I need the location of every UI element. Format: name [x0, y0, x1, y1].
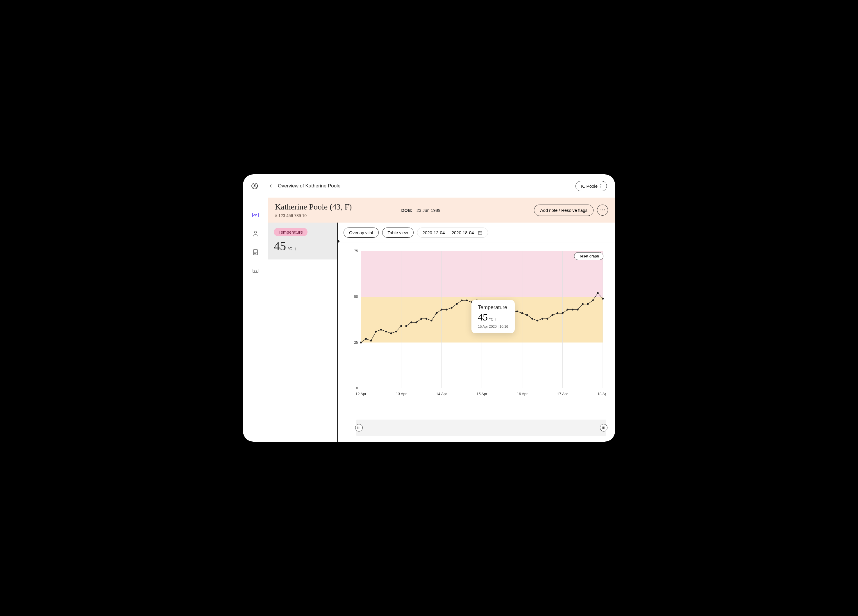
- dob-value: 23 Jun 1989: [417, 208, 441, 213]
- svg-point-52: [441, 309, 442, 310]
- svg-point-67: [516, 310, 518, 312]
- svg-point-69: [526, 314, 528, 316]
- svg-point-47: [415, 321, 417, 323]
- vital-value: 45 °C ↑: [274, 239, 331, 253]
- svg-point-71: [536, 320, 538, 321]
- vital-card-temperature[interactable]: Temperature 45 °C ↑: [268, 223, 337, 259]
- svg-point-40: [380, 329, 382, 330]
- nav-patient-icon[interactable]: [252, 230, 259, 237]
- nav-vitals-icon[interactable]: [252, 211, 259, 219]
- nav-notes-icon[interactable]: [252, 249, 259, 256]
- breadcrumb[interactable]: Overview of Katherine Poole: [278, 183, 340, 189]
- svg-text:15 Apr: 15 Apr: [476, 392, 487, 396]
- svg-text:17 Apr: 17 Apr: [557, 392, 568, 396]
- trend-up-icon: ↑: [294, 246, 297, 251]
- svg-point-44: [400, 325, 402, 327]
- vital-number: 45: [274, 239, 286, 253]
- svg-text:50: 50: [354, 295, 358, 299]
- svg-point-49: [426, 318, 427, 320]
- svg-point-68: [521, 312, 523, 314]
- user-menu-label: K. Poole: [581, 184, 598, 189]
- svg-point-46: [410, 321, 412, 323]
- chart-tooltip: Temperature 45 °C ↑ 15 Apr 2020 | 10:16: [471, 300, 515, 333]
- scrub-handle-left[interactable]: III: [355, 424, 363, 431]
- dob-label: DOB:: [401, 208, 412, 213]
- svg-point-48: [421, 318, 422, 320]
- banner-more-button[interactable]: [597, 205, 608, 216]
- svg-point-72: [541, 318, 543, 320]
- app-frame: Overview of Katherine Poole K. Poole: [243, 174, 615, 442]
- svg-point-74: [551, 314, 553, 316]
- svg-text:12 Apr: 12 Apr: [356, 392, 367, 396]
- patient-identity: Katherine Poole (43, F) # 123 456 789 10: [275, 202, 352, 218]
- svg-point-9: [254, 270, 255, 272]
- svg-text:14 Apr: 14 Apr: [436, 392, 447, 396]
- svg-point-39: [375, 330, 377, 332]
- patient-id: # 123 456 789 10: [275, 213, 352, 218]
- svg-point-1: [254, 184, 255, 186]
- time-scrub-bar[interactable]: III III: [356, 420, 606, 436]
- table-view-button[interactable]: Table view: [382, 228, 413, 238]
- svg-point-42: [390, 332, 392, 334]
- kebab-icon: [600, 184, 602, 188]
- date-range-label: 2020-12-04 — 2020-18-04: [423, 230, 474, 235]
- svg-point-80: [582, 303, 584, 305]
- svg-text:13 Apr: 13 Apr: [396, 392, 407, 396]
- left-nav-rail: [243, 198, 268, 442]
- scrub-handle-right[interactable]: III: [600, 424, 608, 431]
- svg-point-77: [567, 309, 569, 310]
- app-logo-icon: [251, 183, 258, 189]
- svg-point-73: [546, 318, 548, 320]
- reset-graph-button[interactable]: Reset graph: [574, 252, 603, 260]
- trend-up-icon: ↑: [495, 317, 497, 321]
- date-range-picker[interactable]: 2020-12-04 — 2020-18-04: [417, 228, 488, 238]
- svg-point-37: [365, 338, 367, 340]
- tooltip-timestamp: 15 Apr 2020 | 10:16: [478, 324, 508, 329]
- svg-point-3: [255, 231, 256, 233]
- svg-point-75: [556, 312, 558, 314]
- ellipsis-icon: [600, 209, 605, 210]
- vitals-side-panel: Temperature 45 °C ↑: [268, 223, 338, 442]
- svg-text:0: 0: [356, 386, 358, 390]
- svg-point-57: [466, 299, 468, 301]
- svg-point-53: [446, 309, 447, 310]
- svg-rect-12: [479, 231, 482, 234]
- svg-point-41: [385, 330, 387, 332]
- svg-point-76: [561, 312, 563, 314]
- svg-point-36: [360, 341, 362, 343]
- tooltip-title: Temperature: [478, 304, 508, 310]
- svg-text:75: 75: [354, 249, 358, 253]
- svg-point-56: [461, 299, 462, 301]
- svg-point-45: [406, 325, 407, 327]
- svg-text:16 Apr: 16 Apr: [517, 392, 528, 396]
- svg-point-81: [587, 303, 589, 305]
- svg-point-51: [436, 312, 437, 314]
- calendar-icon: [478, 230, 482, 235]
- svg-point-38: [370, 340, 372, 341]
- banner-actions: Add note / Resolve flags: [534, 205, 608, 216]
- svg-point-82: [592, 299, 594, 301]
- svg-text:18 Apr: 18 Apr: [597, 392, 606, 396]
- overlay-vital-button[interactable]: Overlay vital: [344, 228, 379, 238]
- svg-text:25: 25: [354, 341, 358, 344]
- vital-chip: Temperature: [274, 228, 308, 236]
- chart-pane: Overlay vital Table view 2020-12-04 — 20…: [338, 223, 615, 442]
- svg-point-55: [456, 303, 457, 305]
- svg-point-83: [597, 292, 599, 294]
- back-chevron-icon[interactable]: [268, 183, 274, 189]
- tooltip-value: 45 °C ↑: [478, 312, 508, 323]
- svg-point-54: [451, 307, 452, 309]
- user-menu-button[interactable]: K. Poole: [575, 181, 607, 191]
- nav-id-icon[interactable]: [252, 267, 259, 274]
- svg-point-78: [572, 309, 574, 310]
- svg-point-84: [602, 298, 604, 299]
- svg-point-43: [395, 330, 397, 332]
- chart-toolbar: Overlay vital Table view 2020-12-04 — 20…: [338, 223, 615, 243]
- patient-banner: Katherine Poole (43, F) # 123 456 789 10…: [268, 198, 615, 223]
- content-area: Temperature 45 °C ↑ Overlay vital Table …: [268, 223, 615, 442]
- svg-point-50: [431, 320, 432, 321]
- svg-point-79: [577, 309, 578, 310]
- add-note-button[interactable]: Add note / Resolve flags: [534, 205, 594, 216]
- plot-area: Reset graph 12 Apr13 Apr14 Apr15 Apr16 A…: [338, 243, 615, 417]
- patient-dob: DOB: 23 Jun 1989: [401, 208, 440, 213]
